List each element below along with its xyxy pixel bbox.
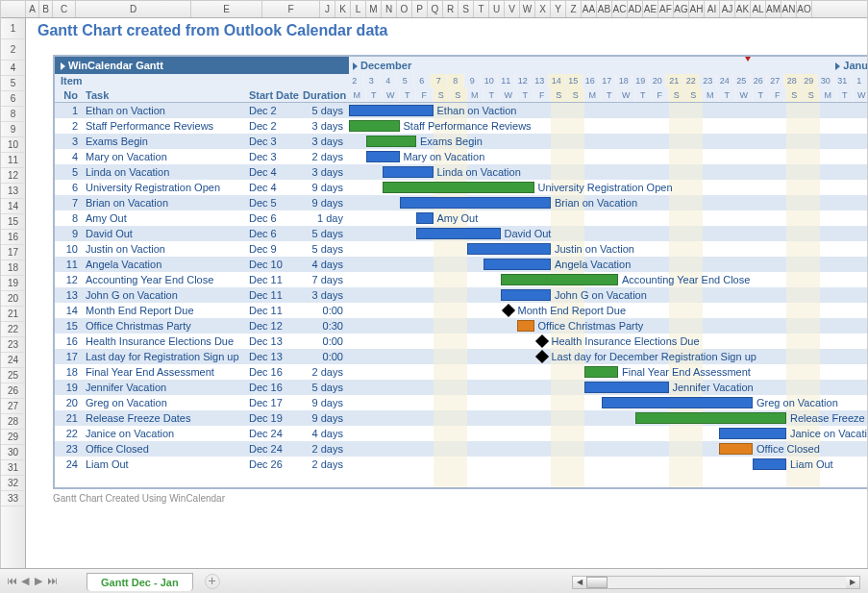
task-row[interactable]: 14Month End Report DueDec 110:00Month En… <box>55 303 867 318</box>
row-header[interactable]: 5 <box>1 76 25 91</box>
row-header[interactable]: 6 <box>1 91 25 107</box>
select-all-corner[interactable] <box>1 1 26 17</box>
task-row[interactable]: 19Jennifer VacationDec 165 daysJennifer … <box>55 380 867 395</box>
row-header[interactable]: 26 <box>1 383 25 399</box>
column-header[interactable]: V <box>505 1 520 17</box>
row-header[interactable]: 15 <box>1 214 25 230</box>
row-header[interactable]: 23 <box>1 337 25 353</box>
column-header[interactable]: W <box>520 1 535 17</box>
gantt-bar[interactable] <box>501 274 619 285</box>
gantt-bar[interactable] <box>484 259 551 270</box>
gantt-bar[interactable] <box>349 120 400 132</box>
column-header[interactable]: B <box>39 1 53 17</box>
scroll-right-icon[interactable]: ▶ <box>846 577 859 588</box>
task-row[interactable]: 22Janice on VacationDec 244 daysJanice o… <box>55 426 867 441</box>
column-header[interactable]: AD <box>628 1 643 17</box>
row-header[interactable]: 18 <box>1 260 25 276</box>
column-header[interactable]: AG <box>674 1 689 17</box>
task-row[interactable]: 11Angela VacationDec 104 daysAngela Vaca… <box>55 257 867 272</box>
next-sheet-icon[interactable]: ▶ <box>33 575 44 587</box>
scroll-left-icon[interactable]: ◀ <box>573 577 586 588</box>
column-header[interactable]: R <box>443 1 459 17</box>
task-row[interactable]: 8Amy OutDec 61 dayAmy Out <box>55 210 867 226</box>
scroll-thumb[interactable] <box>586 577 608 588</box>
row-header[interactable]: 1 <box>1 18 25 39</box>
column-header[interactable]: J <box>320 1 335 17</box>
row-header[interactable]: 9 <box>1 122 25 137</box>
column-header[interactable]: AK <box>735 1 751 17</box>
row-header[interactable]: 2 <box>1 39 25 61</box>
gantt-bar[interactable] <box>635 412 787 424</box>
month-header[interactable]: December Janu <box>349 57 867 74</box>
gantt-bar[interactable] <box>584 382 669 393</box>
column-header[interactable]: F <box>262 1 320 17</box>
task-row[interactable]: 20Greg on VacationDec 179 daysGreg on Va… <box>55 395 867 410</box>
column-header[interactable]: M <box>366 1 382 17</box>
row-header[interactable]: 22 <box>1 322 25 337</box>
row-header[interactable]: 33 <box>1 491 25 507</box>
column-header[interactable]: A <box>26 1 39 17</box>
column-header[interactable]: AO <box>797 1 812 17</box>
gantt-bar[interactable] <box>501 289 552 301</box>
task-row[interactable]: 6University Registration OpenDec 49 days… <box>55 180 867 195</box>
row-header[interactable]: 11 <box>1 153 25 168</box>
col-start[interactable]: Start Date <box>249 87 303 102</box>
column-header[interactable]: AC <box>612 1 628 17</box>
column-header[interactable]: L <box>351 1 366 17</box>
row-header[interactable]: 28 <box>1 414 25 430</box>
row-header[interactable]: 10 <box>1 137 25 153</box>
gantt-bar[interactable] <box>467 243 552 255</box>
gantt-bar[interactable] <box>383 182 534 193</box>
column-header[interactable]: AA <box>582 1 597 17</box>
row-header[interactable]: 4 <box>1 61 25 76</box>
task-row[interactable]: 15Office Christmas PartyDec 120:30Office… <box>55 318 867 334</box>
task-row[interactable]: 2Staff Performance ReviewsDec 23 daysSta… <box>55 118 867 134</box>
gantt-bar[interactable] <box>349 105 434 116</box>
column-header[interactable]: AJ <box>720 1 735 17</box>
column-header[interactable]: E <box>191 1 262 17</box>
column-header[interactable]: AB <box>597 1 612 17</box>
gantt-bar[interactable] <box>400 197 552 209</box>
task-row[interactable]: 10Justin on VactionDec 95 daysJustin on … <box>55 241 867 257</box>
add-sheet-button[interactable]: + <box>205 574 220 589</box>
task-row[interactable]: 17Last day for Registration Sign upDec 1… <box>55 349 867 364</box>
row-header[interactable]: 13 <box>1 184 25 199</box>
column-header[interactable]: AE <box>643 1 658 17</box>
task-row[interactable]: 4Mary on VacationDec 32 daysMary on Vaca… <box>55 149 867 164</box>
row-header[interactable]: 12 <box>1 168 25 184</box>
row-header[interactable]: 31 <box>1 460 25 476</box>
gantt-bar[interactable] <box>584 366 618 378</box>
gantt-bar[interactable] <box>719 443 753 455</box>
column-header[interactable]: AL <box>751 1 766 17</box>
column-header[interactable]: Q <box>428 1 443 17</box>
task-row[interactable]: 9David OutDec 65 daysDavid Out <box>55 226 867 241</box>
column-header[interactable]: AM <box>766 1 781 17</box>
column-header[interactable]: O <box>397 1 412 17</box>
gantt-bar[interactable] <box>602 397 754 408</box>
gantt-bar[interactable] <box>719 428 786 439</box>
gantt-bar[interactable] <box>383 166 434 178</box>
last-sheet-icon[interactable]: ⏭ <box>46 575 58 587</box>
col-no[interactable]: No <box>55 87 86 102</box>
row-header[interactable]: 8 <box>1 107 25 122</box>
column-header[interactable]: AH <box>689 1 705 17</box>
column-header[interactable]: S <box>459 1 474 17</box>
column-header[interactable]: P <box>412 1 428 17</box>
column-header[interactable]: X <box>535 1 551 17</box>
prev-sheet-icon[interactable]: ◀ <box>19 575 31 587</box>
task-row[interactable]: 7Brian on VacationDec 59 daysBrian on Va… <box>55 195 867 210</box>
task-row[interactable]: 3Exams BeginDec 33 daysExams Begin <box>55 134 867 149</box>
column-header[interactable]: D <box>76 1 191 17</box>
col-task[interactable]: Task <box>86 87 249 102</box>
row-header[interactable]: 20 <box>1 291 25 307</box>
gantt-bar[interactable] <box>366 151 400 162</box>
gantt-bar[interactable] <box>366 136 417 147</box>
row-header[interactable]: 25 <box>1 368 25 383</box>
row-header[interactable]: 21 <box>1 307 25 322</box>
task-row[interactable]: 23Office ClosedDec 242 daysOffice Closed <box>55 441 867 457</box>
gantt-bar[interactable] <box>416 228 501 239</box>
first-sheet-icon[interactable]: ⏮ <box>6 575 17 587</box>
column-header[interactable]: K <box>335 1 351 17</box>
row-header[interactable]: 24 <box>1 353 25 368</box>
row-header[interactable]: 19 <box>1 276 25 291</box>
